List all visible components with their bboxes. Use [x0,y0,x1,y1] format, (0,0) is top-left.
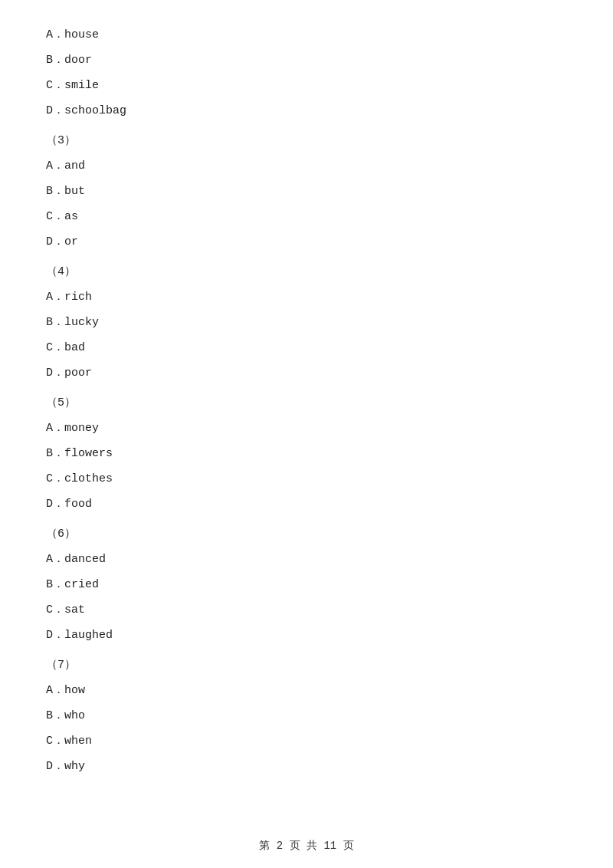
option-4c: C．bad [46,336,567,360]
option-5b: B．flowers [46,442,567,465]
option-4a: A．rich [46,285,567,309]
section-3: （4） A．rich B．lucky C．bad D．poor [46,261,567,385]
option-1d: D．schoolbag [46,99,567,123]
section-2: （3） A．and B．but C．as D．or [46,130,567,254]
page-footer: 第 2 页 共 11 页 [0,839,613,853]
option-5c: C．clothes [46,467,567,491]
option-7c: C．when [46,729,567,753]
section-label-6: （6） [46,524,567,544]
option-4d: D．poor [46,361,567,385]
option-6d: D．laughed [46,623,567,647]
option-3d: D．or [46,230,567,254]
section-label-3: （3） [46,130,567,151]
option-6b: B．cried [46,573,567,597]
option-1a: A．house [46,23,567,47]
option-7a: A．how [46,679,567,702]
section-label-4: （4） [46,261,567,282]
option-7b: B．who [46,704,567,728]
section-4: （5） A．money B．flowers C．clothes D．food [46,393,567,516]
section-1: A．house B．door C．smile D．schoolbag [46,23,567,123]
section-6: （7） A．how B．who C．when D．why [46,655,567,778]
option-3c: C．as [46,205,567,229]
option-1b: B．door [46,48,567,72]
section-label-5: （5） [46,393,567,413]
option-7d: D．why [46,755,567,778]
section-label-7: （7） [46,655,567,676]
option-6a: A．danced [46,547,567,571]
option-6c: C．sat [46,598,567,622]
option-5d: D．food [46,492,567,516]
page-content: A．house B．door C．smile D．schoolbag （3） A… [0,0,613,826]
option-3a: A．and [46,154,567,178]
option-3b: B．but [46,179,567,203]
section-5: （6） A．danced B．cried C．sat D．laughed [46,524,567,647]
option-4b: B．lucky [46,311,567,334]
option-5a: A．money [46,416,567,440]
option-1c: C．smile [46,74,567,97]
